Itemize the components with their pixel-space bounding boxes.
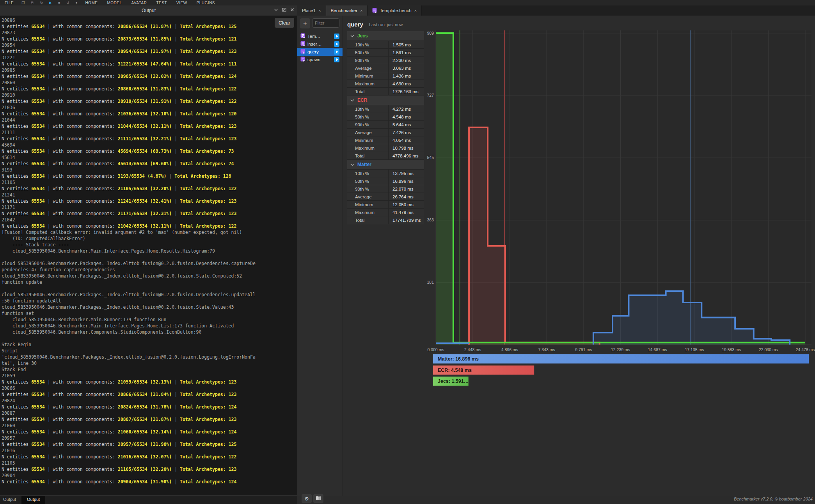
- stat-value: 26.764 ms: [389, 193, 424, 200]
- tab-label: Benchmarker: [331, 8, 357, 13]
- version-label: Benchmarker v7.2.0, © boatbomber 2024: [734, 497, 813, 501]
- benchmark-item-Tem[interactable]: Tem…: [297, 32, 343, 40]
- legend-bar-matter[interactable]: [433, 354, 809, 364]
- play-icon[interactable]: ▶: [46, 0, 55, 5]
- console-line: 20886: [2, 17, 297, 23]
- tab-close-icon[interactable]: ×: [318, 8, 321, 13]
- menu-plugins[interactable]: PLUGINS: [192, 0, 220, 5]
- stat-row: Average3.063 ms: [347, 64, 424, 72]
- console-line: 21241: [2, 192, 297, 198]
- console-line: N entities 65534 | with common component…: [2, 136, 297, 142]
- stat-value: 13.795 ms: [389, 170, 424, 177]
- stat-row: Minimum4.054 ms: [347, 136, 424, 144]
- stats-section-header-jecs[interactable]: Jecs: [347, 31, 424, 41]
- stat-value: 10.798 ms: [389, 144, 424, 152]
- console-line: pendencies:47 function captureDependenci…: [2, 267, 297, 273]
- add-benchmark-button[interactable]: +: [300, 18, 310, 28]
- new-file-icon[interactable]: ❐: [18, 0, 28, 5]
- console-line: 31221: [2, 55, 297, 61]
- stat-label: Maximum: [347, 144, 389, 152]
- y-axis-tick-label: 545: [427, 155, 434, 160]
- undo-icon[interactable]: ↺: [63, 0, 73, 5]
- filter-input[interactable]: [312, 18, 339, 28]
- save-icon[interactable]: ⎘: [28, 0, 37, 5]
- console-log[interactable]: 20886N entities 65534 | with common comp…: [0, 16, 297, 496]
- menu-file[interactable]: FILE: [0, 0, 18, 5]
- output-bottom-tab-active[interactable]: Output: [21, 496, 45, 504]
- stat-label: 50th %: [347, 177, 389, 185]
- stat-label: Average: [347, 129, 389, 136]
- console-line: 21105: [2, 179, 297, 186]
- stat-label: 10th %: [347, 105, 389, 113]
- tab-close-icon[interactable]: ×: [360, 8, 362, 13]
- stat-row: Total17741.709 ms: [347, 216, 424, 224]
- benchmark-item-spawn[interactable]: spawn: [297, 56, 343, 64]
- stat-label: 90th %: [347, 121, 389, 128]
- stats-section-name: Jecs: [357, 33, 368, 39]
- console-line: N entities 65534 | with common component…: [2, 379, 297, 385]
- stats-section-name: Matter: [357, 162, 371, 167]
- stat-label: Total: [347, 152, 389, 159]
- script-icon: [300, 33, 305, 40]
- console-line: 20904: [2, 472, 297, 479]
- tab-template-bench[interactable]: Template.bench×: [368, 5, 422, 16]
- stat-row: Minimum1.436 ms: [347, 72, 424, 80]
- x-axis-tick-label: 2.448 ms: [464, 347, 481, 352]
- console-line: ---- Stack trace ----: [2, 242, 297, 248]
- chevron-down-icon: [350, 99, 354, 102]
- menu-home[interactable]: HOME: [80, 0, 102, 5]
- console-line: N entities 65534 | with common component…: [2, 123, 297, 129]
- console-line: 20985: [2, 67, 297, 73]
- stat-label: Average: [347, 193, 389, 200]
- menu-view[interactable]: VIEW: [172, 0, 192, 5]
- redo-icon[interactable]: ↻: [37, 0, 46, 5]
- y-axis-tick-label: 363: [427, 218, 434, 222]
- stats-section-header-ecr[interactable]: ECR: [347, 95, 424, 105]
- console-line: 21059: [2, 373, 297, 379]
- menu-model[interactable]: MODEL: [102, 0, 126, 5]
- docs-button[interactable]: [313, 494, 323, 503]
- x-axis-tick-label: 17.135 ms: [685, 347, 704, 352]
- chevron-down-icon[interactable]: [274, 8, 278, 11]
- console-line: N entities 65534 | with common component…: [2, 198, 297, 204]
- stat-row: 90th %5.644 ms: [347, 121, 424, 128]
- console-line: [2, 254, 297, 260]
- y-axis-tick-label: 181: [427, 280, 434, 285]
- menu-avatar[interactable]: AVATAR: [126, 0, 151, 5]
- stat-value: 4.690 ms: [389, 80, 424, 87]
- run-benchmark-button[interactable]: [334, 41, 339, 47]
- tab-benchmarker[interactable]: Benchmarker×: [326, 5, 368, 16]
- console-line: cloud_5853950046.Benchmarker.Components.…: [2, 329, 297, 335]
- stat-value: 1.436 ms: [389, 72, 424, 80]
- console-line: 21060: [2, 423, 297, 429]
- run-benchmark-button[interactable]: [334, 49, 339, 55]
- console-line: N entities 65534 | with common component…: [2, 48, 297, 55]
- dropdown-caret-icon[interactable]: ▾: [73, 0, 81, 5]
- benchmark-item-inser[interactable]: inser…: [297, 40, 343, 48]
- output-bottom-tab[interactable]: Output: [0, 496, 21, 504]
- console-line: 21036: [2, 104, 297, 111]
- output-panel-title: Output: [0, 8, 297, 13]
- stats-section-header-matter[interactable]: Matter: [347, 160, 424, 169]
- stat-label: Minimum: [347, 201, 389, 208]
- x-axis-tick-label: 4.896 ms: [501, 347, 518, 352]
- stat-label: Average: [347, 64, 389, 72]
- book-icon: [316, 495, 321, 502]
- console-line: cloud_5853950046.Benchmarker.Packages._I…: [2, 292, 297, 298]
- clear-button[interactable]: Clear: [275, 18, 294, 28]
- tab-close-icon[interactable]: ×: [414, 8, 417, 13]
- tab-label: Place1: [302, 8, 316, 13]
- console-line: N entities 65534 | with common component…: [2, 429, 297, 435]
- benchmark-item-query[interactable]: query: [297, 48, 343, 56]
- stop-icon[interactable]: ■: [55, 0, 63, 5]
- run-benchmark-button[interactable]: [334, 34, 339, 39]
- close-icon[interactable]: [290, 8, 294, 12]
- settings-button[interactable]: ⚙: [302, 494, 312, 503]
- stat-value: 16.896 ms: [389, 177, 424, 185]
- popout-icon[interactable]: [282, 8, 286, 12]
- run-benchmark-button[interactable]: [334, 57, 339, 62]
- output-bottom-tabbar: Output Output: [0, 495, 297, 504]
- menu-test[interactable]: TEST: [152, 0, 172, 5]
- console-line: N entities 65534 | with common component…: [2, 23, 297, 30]
- tab-place1[interactable]: Place1×: [297, 5, 326, 16]
